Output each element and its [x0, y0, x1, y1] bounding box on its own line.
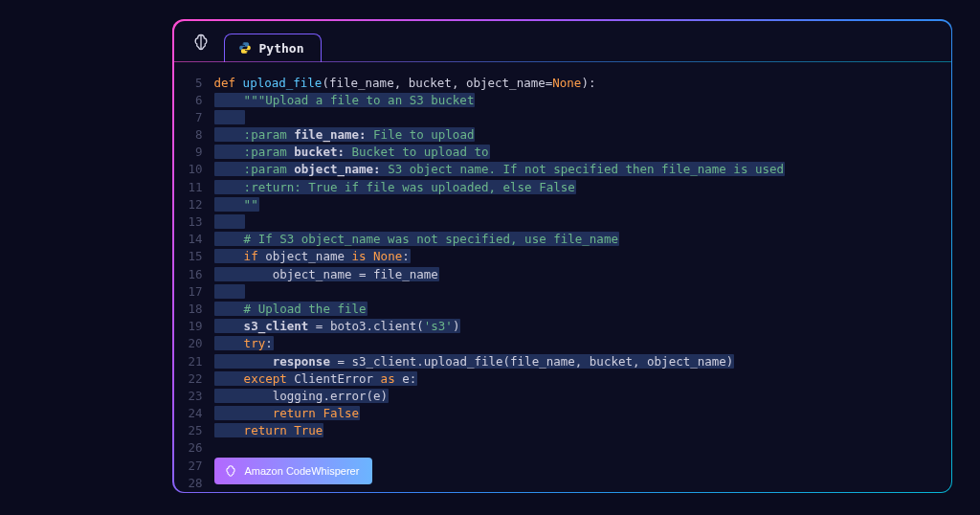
line-number: 15 — [174, 248, 203, 265]
code-line: # If S3 object_name was not specified, u… — [214, 231, 951, 248]
line-gutter: 5678910111213141516171819202122232425262… — [174, 75, 214, 492]
code-line: Amazon CodeWhisperer — [214, 439, 951, 457]
code-line: :return: True if file was uploaded, else… — [214, 179, 951, 196]
tab-label: Python — [259, 41, 304, 56]
line-number: 8 — [174, 126, 203, 144]
editor-inner: Python 567891011121314151617181920212223… — [174, 21, 951, 492]
line-number: 20 — [174, 335, 203, 352]
line-number: 22 — [174, 370, 203, 388]
code-line: except ClientError as e: — [214, 370, 951, 388]
line-number: 9 — [174, 144, 203, 161]
line-number: 28 — [174, 475, 203, 492]
line-number: 11 — [174, 179, 203, 196]
tab-python[interactable]: Python — [224, 34, 323, 62]
line-number: 16 — [174, 266, 203, 283]
line-number: 21 — [174, 353, 203, 370]
editor-window: Python 567891011121314151617181920212223… — [172, 19, 952, 493]
line-number: 13 — [174, 213, 203, 231]
code-line — [214, 475, 951, 492]
code-line: :param object_name: S3 object name. If n… — [214, 161, 951, 178]
python-icon — [238, 41, 252, 55]
line-number: 18 — [174, 301, 203, 318]
code-line: return True — [214, 422, 951, 439]
code-area[interactable]: 5678910111213141516171819202122232425262… — [174, 61, 951, 492]
line-number: 7 — [174, 109, 203, 126]
line-number: 17 — [174, 283, 203, 301]
code-content[interactable]: def upload_file(file_name, bucket, objec… — [214, 75, 951, 492]
tab-bar: Python — [174, 21, 951, 61]
line-number: 27 — [174, 458, 203, 475]
code-line: s3_client = boto3.client('s3') — [214, 318, 951, 335]
code-line: "" — [214, 196, 951, 213]
line-number: 19 — [174, 318, 203, 335]
line-number: 10 — [174, 161, 203, 178]
code-line: # Upload the file — [214, 301, 951, 318]
line-number: 25 — [174, 422, 203, 439]
code-line — [214, 283, 951, 301]
code-line: object_name = file_name — [214, 266, 951, 283]
code-line: :param bucket: Bucket to upload to — [214, 144, 951, 161]
code-line — [214, 213, 951, 231]
code-line: return False — [214, 405, 951, 422]
code-line: :param file_name: File to upload — [214, 126, 951, 144]
line-number: 6 — [174, 92, 203, 109]
code-line: response = s3_client.upload_file(file_na… — [214, 353, 951, 370]
line-number: 5 — [174, 75, 203, 92]
code-line: def upload_file(file_name, bucket, objec… — [214, 75, 951, 92]
code-line: try: — [214, 335, 951, 352]
line-number: 26 — [174, 439, 203, 457]
brain-icon — [186, 27, 216, 57]
code-line: logging.error(e) — [214, 388, 951, 405]
line-number: 14 — [174, 231, 203, 248]
line-number: 23 — [174, 388, 203, 405]
code-line — [214, 109, 951, 126]
line-number: 12 — [174, 196, 203, 213]
code-line: """Upload a file to an S3 bucket — [214, 92, 951, 109]
line-number: 24 — [174, 405, 203, 422]
code-line: if object_name is None: — [214, 248, 951, 265]
code-line — [214, 458, 951, 475]
